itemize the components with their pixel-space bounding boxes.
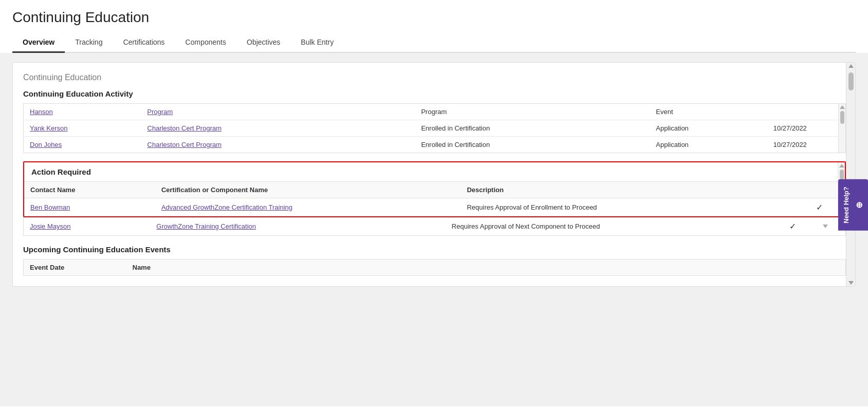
activity-table-wrapper: Hanson Program Program Event Yank Kerso — [23, 103, 846, 153]
status-cell: Enrolled in Certification — [415, 137, 650, 153]
josie-cert-cell: GrowthZone Training Certification — [150, 217, 445, 235]
tab-certifications[interactable]: Certifications — [113, 33, 175, 53]
page-title: Continuing Education — [12, 9, 856, 26]
tab-overview[interactable]: Overview — [12, 33, 65, 53]
program-link[interactable]: Charleston Cert Program — [147, 141, 222, 148]
tab-bulk-entry[interactable]: Bulk Entry — [291, 33, 344, 53]
action-contact-cell: Ben Bowman — [24, 198, 155, 217]
action-required-section: Action Required Contact Name Certificati… — [23, 161, 846, 217]
tab-tracking[interactable]: Tracking — [65, 33, 113, 53]
table-row: Don Johes Charleston Cert Program Enroll… — [24, 137, 845, 153]
table-row: Hanson Program Program Event — [24, 104, 845, 120]
date-cell: 10/27/2022 — [767, 120, 845, 137]
josie-row-wrapper: Josie Mayson GrowthZone Training Certifi… — [23, 217, 846, 236]
status-cell: Enrolled in Certification — [415, 120, 650, 137]
contact-cell: Don Johes — [24, 137, 141, 153]
scrollbar-up-arrow[interactable] — [840, 105, 845, 109]
upcoming-table: Event Date Name — [23, 259, 846, 276]
action-desc-cell: Requires Approval of Enrollment to Proce… — [461, 198, 810, 217]
josie-row: Josie Mayson GrowthZone Training Certifi… — [24, 217, 845, 235]
program-link[interactable]: Program — [147, 108, 173, 116]
contact-cell: Hanson — [24, 104, 141, 120]
page-wrapper: Continuing Education Overview Tracking C… — [0, 0, 868, 410]
action-scrollbar-thumb[interactable] — [840, 170, 844, 180]
content-area: Continuing Education Continuing Educatio… — [0, 53, 868, 406]
table-header-row: Contact Name Certification or Component … — [24, 182, 845, 198]
josie-contact-cell: Josie Mayson — [24, 217, 150, 235]
th-contact: Contact Name — [24, 182, 155, 198]
josie-desc-cell: Requires Approval of Next Component to P… — [445, 217, 783, 235]
th-description: Description — [461, 182, 810, 198]
action-scrollbar-up[interactable] — [839, 164, 844, 167]
josie-contact-link[interactable]: Josie Mayson — [30, 222, 70, 230]
card-title: Continuing Education — [23, 73, 846, 82]
status-cell: Program — [415, 104, 650, 120]
source-cell: Event — [650, 104, 767, 120]
upcoming-section-title: Upcoming Continuing Education Events — [23, 245, 846, 254]
action-cert-cell: Advanced GrowthZone Certification Traini… — [155, 198, 461, 217]
tabs-nav: Overview Tracking Certifications Compone… — [12, 33, 856, 53]
table-row: Yank Kerson Charleston Cert Program Enro… — [24, 120, 845, 137]
tab-objectives[interactable]: Objectives — [237, 33, 291, 53]
upcoming-section: Upcoming Continuing Education Events Eve… — [23, 245, 846, 276]
card-scrollbar-up-arrow[interactable] — [848, 64, 854, 68]
contact-link[interactable]: Hanson — [30, 108, 53, 116]
th-name: Name — [126, 259, 846, 276]
josie-table: Josie Mayson GrowthZone Training Certifi… — [24, 217, 845, 235]
need-help-button[interactable]: Need Help? ⊕ — [838, 179, 868, 231]
source-cell: Application — [650, 120, 767, 137]
program-cell: Charleston Cert Program — [141, 137, 415, 153]
josie-checkmark-icon[interactable]: ✓ — [789, 222, 796, 231]
upcoming-header-row: Event Date Name — [24, 259, 846, 276]
action-contact-link[interactable]: Ben Bowman — [30, 203, 70, 211]
program-link[interactable]: Charleston Cert Program — [147, 124, 222, 132]
josie-check-cell: ✓ — [783, 217, 817, 235]
date-cell: 10/27/2022 — [767, 137, 845, 153]
josie-cert-link[interactable]: GrowthZone Training Certification — [156, 222, 256, 230]
scrollbar-thumb[interactable] — [840, 111, 844, 124]
need-help-icon: ⊕ — [854, 202, 864, 209]
activity-section-title: Continuing Education Activity — [23, 89, 846, 98]
action-required-header: Action Required — [24, 162, 845, 181]
source-cell: Application — [650, 137, 767, 153]
date-cell — [767, 104, 845, 120]
contact-link[interactable]: Don Johes — [30, 141, 62, 148]
card-scrollbar-thumb[interactable] — [848, 72, 854, 90]
josie-dropdown-arrow[interactable] — [823, 225, 828, 228]
page-header: Continuing Education Overview Tracking C… — [0, 0, 868, 53]
checkmark-icon[interactable]: ✓ — [816, 203, 823, 212]
tab-components[interactable]: Components — [175, 33, 236, 53]
need-help-label: Need Help? — [842, 187, 850, 223]
program-cell: Charleston Cert Program — [141, 120, 415, 137]
main-card: Continuing Education Continuing Educatio… — [12, 62, 856, 287]
program-cell: Program — [141, 104, 415, 120]
activity-scrollbar[interactable] — [838, 104, 845, 153]
contact-cell: Yank Kerson — [24, 120, 141, 137]
card-scrollbar-down-arrow[interactable] — [848, 281, 854, 285]
need-help-container[interactable]: Need Help? ⊕ — [838, 179, 868, 231]
th-event-date: Event Date — [24, 259, 126, 276]
th-cert: Certification or Component Name — [155, 182, 461, 198]
contact-link[interactable]: Yank Kerson — [30, 124, 67, 132]
activity-table: Hanson Program Program Event Yank Kerso — [24, 104, 845, 153]
action-cert-link[interactable]: Advanced GrowthZone Certification Traini… — [161, 203, 293, 211]
action-required-table: Contact Name Certification or Component … — [24, 181, 845, 216]
action-row-1: Ben Bowman Advanced GrowthZone Certifica… — [24, 198, 845, 217]
card-right-scrollbar[interactable] — [846, 63, 855, 286]
